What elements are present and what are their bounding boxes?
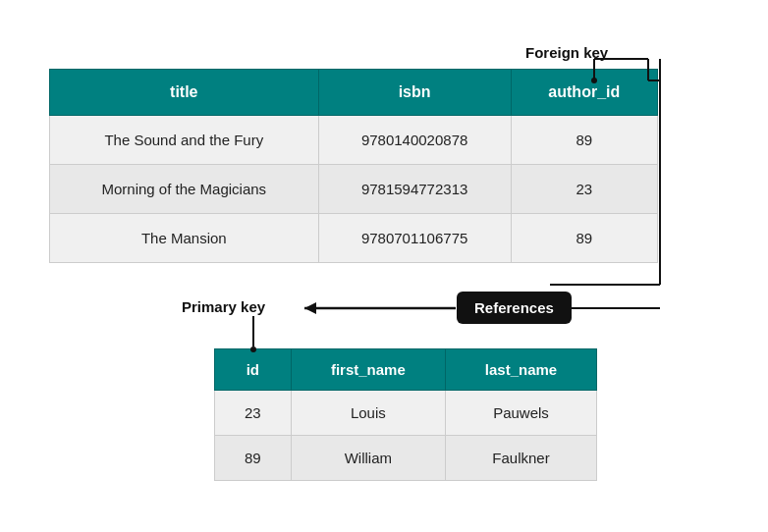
author-first-name-2: William	[291, 436, 445, 481]
book-author-id-1: 89	[511, 116, 657, 165]
author-id-1: 23	[215, 391, 292, 436]
books-col-author-id: author_id	[511, 70, 657, 116]
book-isbn-3: 9780701106775	[318, 214, 511, 263]
book-title-1: The Sound and the Fury	[50, 116, 319, 165]
book-title-3: The Mansion	[50, 214, 319, 263]
books-col-title: title	[50, 70, 319, 116]
books-row-2: Morning of the Magicians 9781594772313 2…	[50, 165, 658, 214]
author-last-name-1: Pauwels	[446, 391, 597, 436]
authors-col-first-name: first_name	[291, 349, 445, 391]
book-isbn-2: 9781594772313	[318, 165, 511, 214]
books-row-3: The Mansion 9780701106775 89	[50, 214, 658, 263]
primary-key-label: Primary key	[182, 298, 265, 315]
authors-row-2: 89 William Faulkner	[215, 436, 597, 481]
book-isbn-1: 9780140020878	[318, 116, 511, 165]
svg-marker-6	[304, 302, 316, 314]
diagram-container: Foreign key title isbn author_id The Sou…	[0, 0, 768, 532]
author-last-name-2: Faulkner	[446, 436, 597, 481]
author-first-name-1: Louis	[291, 391, 445, 436]
book-author-id-2: 23	[511, 165, 657, 214]
authors-table: id first_name last_name 23 Louis Pauwels…	[214, 348, 597, 481]
books-table: title isbn author_id The Sound and the F…	[49, 69, 658, 263]
book-title-2: Morning of the Magicians	[50, 165, 319, 214]
references-label: References	[457, 292, 572, 324]
authors-row-1: 23 Louis Pauwels	[215, 391, 597, 436]
books-row-1: The Sound and the Fury 9780140020878 89	[50, 116, 658, 165]
authors-col-last-name: last_name	[446, 349, 597, 391]
books-col-isbn: isbn	[318, 70, 511, 116]
authors-col-id: id	[215, 349, 292, 391]
foreign-key-label: Foreign key	[525, 44, 608, 61]
book-author-id-3: 89	[511, 214, 657, 263]
author-id-2: 89	[215, 436, 292, 481]
